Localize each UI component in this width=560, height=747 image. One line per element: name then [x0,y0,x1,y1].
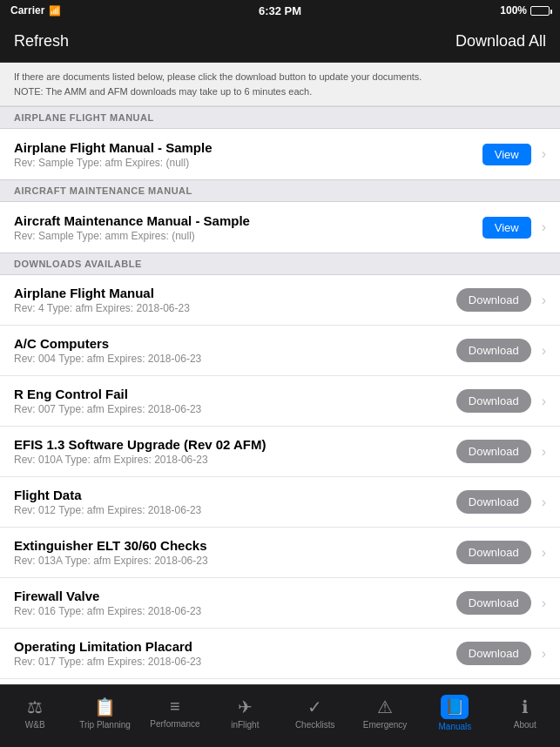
about-icon: ℹ [522,697,529,717]
tab-label-performance: Performance [150,719,199,729]
emergency-icon: ⚠ [377,697,393,717]
section-header-downloads: DOWNLOADS AVAILABLE [0,252,560,275]
time-label: 6:32 PM [259,4,301,17]
download-button[interactable]: Download [456,642,531,665]
chevron-right-icon: › [542,394,546,409]
item-title: Firewall Valve [14,589,456,603]
status-bar: Carrier 📶 6:32 PM 100% [0,0,560,21]
battery-icon [530,6,550,16]
list-item[interactable]: EFIS 1.3 Software Upgrade (Rev 02 AFM)Re… [0,427,560,477]
download-button[interactable]: Download [456,490,531,514]
tab-label-trip: Trip Planning [79,720,131,730]
list-item[interactable]: Operating Limitation PlacardRev: 017 Typ… [0,629,560,679]
chevron-right-icon: › [542,596,546,611]
tab-item-checklists[interactable]: ✓Checklists [280,691,350,735]
section-header-amm: AIRCRAFT MAINTENANCE MANUAL [0,179,560,202]
item-title: Flight Data [14,488,456,502]
item-subtitle: Rev: 013A Type: afm Expires: 2018-06-23 [14,555,456,567]
info-bar: If there are documents listed below, ple… [0,63,560,106]
item-subtitle: Rev: 007 Type: afm Expires: 2018-06-23 [14,403,456,415]
tab-label-manuals: Manuals [439,722,472,731]
item-subtitle: Rev: 004 Type: afm Expires: 2018-06-23 [14,353,456,365]
list-item[interactable]: R Eng Control FailRev: 007 Type: afm Exp… [0,376,560,427]
tab-item-emergency[interactable]: ⚠Emergency [350,691,420,735]
tab-bar: ⚖W&B📋Trip Planning≡Performance✈inFlight✓… [0,684,560,747]
tab-item-trip[interactable]: 📋Trip Planning [70,691,139,735]
item-title: Operating Limitation Placard [14,639,456,654]
wb-icon: ⚖ [27,697,43,717]
tab-label-about: About [514,720,536,730]
performance-icon: ≡ [170,697,180,717]
nav-bar: Refresh Download All [0,21,560,63]
item-subtitle: Rev: 017 Type: afm Expires: 2018-06-23 [14,656,456,668]
view-button[interactable]: View [482,144,531,165]
list-item[interactable]: Aircraft Maintenance Manual - SampleRev:… [0,202,560,252]
list-item[interactable]: Extinguisher ELT 30/60 ChecksRev: 013A T… [0,528,560,578]
wifi-icon: 📶 [49,5,61,17]
tab-item-wb[interactable]: ⚖W&B [0,691,70,735]
item-subtitle: Rev: 012 Type: afm Expires: 2018-06-23 [14,504,456,516]
item-title: R Eng Control Fail [14,387,456,401]
list-item[interactable]: A/C ComputersRev: 004 Type: afm Expires:… [0,326,560,376]
item-title: Aircraft Maintenance Manual - Sample [14,213,482,228]
section-group-afm: Airplane Flight Manual - SampleRev: Samp… [0,129,560,179]
chevron-right-icon: › [542,495,546,510]
view-button[interactable]: View [482,217,531,239]
item-title: Airplane Flight Manual [14,286,456,300]
manuals-icon: 📘 [441,695,469,719]
download-button[interactable]: Download [456,440,531,463]
item-subtitle: Rev: Sample Type: amm Expires: (null) [14,230,482,242]
item-title: A/C Computers [14,336,456,351]
list-item[interactable]: Airplane Flight Manual - SampleRev: Samp… [0,129,560,179]
download-button[interactable]: Download [456,389,531,413]
item-subtitle: Rev: 010A Type: afm Expires: 2018-06-23 [14,454,456,466]
download-button[interactable]: Download [456,288,531,312]
download-button[interactable]: Download [456,339,531,362]
section-header-afm: AIRPLANE FLIGHT MANUAL [0,106,560,129]
item-subtitle: Rev: 016 Type: afm Expires: 2018-06-23 [14,605,456,617]
item-subtitle: Rev: 4 Type: afm Expires: 2018-06-23 [14,302,456,314]
inflight-icon: ✈ [238,697,253,717]
chevron-right-icon: › [542,343,546,359]
download-button[interactable]: Download [456,541,531,564]
list-item[interactable]: Airplane Flight ManualRev: 4 Type: afm E… [0,275,560,326]
info-line2: NOTE: The AMM and AFM downloads may take… [14,84,546,99]
tab-label-checklists: Checklists [295,720,335,730]
download-all-button[interactable]: Download All [455,32,546,50]
info-line1: If there are documents listed below, ple… [14,70,546,84]
list-item[interactable]: Flight DataRev: 012 Type: afm Expires: 2… [0,477,560,528]
item-title: Extinguisher ELT 30/60 Checks [14,538,456,553]
item-title: EFIS 1.3 Software Upgrade (Rev 02 AFM) [14,437,456,452]
download-button[interactable]: Download [456,591,531,615]
chevron-right-icon: › [542,646,546,662]
tab-label-wb: W&B [25,720,45,730]
refresh-button[interactable]: Refresh [14,32,69,50]
tab-label-emergency: Emergency [363,720,408,730]
chevron-right-icon: › [542,444,546,460]
tab-item-inflight[interactable]: ✈inFlight [210,691,280,735]
item-title: Airplane Flight Manual - Sample [14,140,482,155]
checklists-icon: ✓ [307,697,322,717]
section-group-amm: Aircraft Maintenance Manual - SampleRev:… [0,202,560,252]
trip-icon: 📋 [94,697,116,717]
tab-item-performance[interactable]: ≡Performance [140,691,210,734]
list-item[interactable]: Firewall ValveRev: 016 Type: afm Expires… [0,578,560,629]
tab-item-about[interactable]: ℹAbout [490,691,560,735]
chevron-right-icon: › [542,293,546,308]
tab-item-manuals[interactable]: 📘Manuals [420,690,489,737]
chevron-right-icon: › [542,219,546,235]
chevron-right-icon: › [542,146,546,162]
carrier-label: Carrier [10,4,44,17]
main-content: AIRPLANE FLIGHT MANUALAirplane Flight Ma… [0,106,560,684]
chevron-right-icon: › [542,545,546,561]
item-subtitle: Rev: Sample Type: afm Expires: (null) [14,157,482,169]
tab-label-inflight: inFlight [231,720,259,730]
battery-label: 100% [500,4,527,17]
section-group-downloads: Airplane Flight ManualRev: 4 Type: afm E… [0,275,560,684]
